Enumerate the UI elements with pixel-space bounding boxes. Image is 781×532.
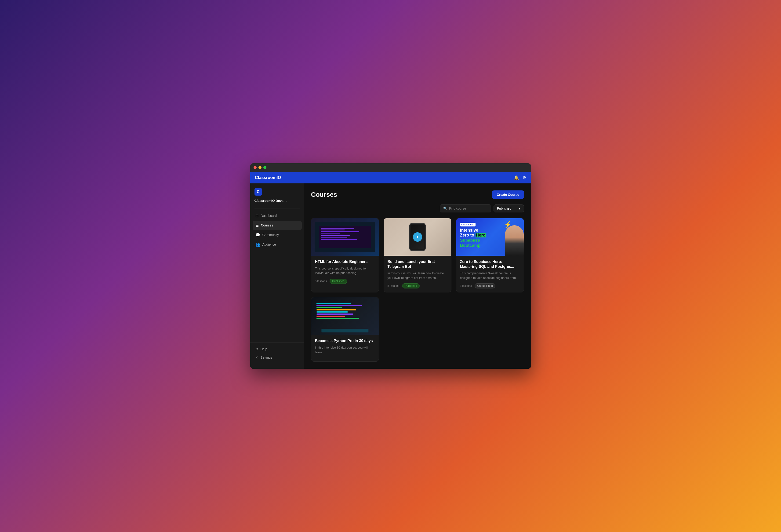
sidebar-brand: C	[250, 183, 304, 198]
course-meta: 1 lessons Unpublished	[460, 283, 520, 288]
sidebar-item-help[interactable]: ⊙ Help	[253, 345, 302, 353]
courses-label: Courses	[261, 223, 273, 227]
lessons-count: 5 lessons	[315, 280, 327, 283]
community-icon: 💬	[255, 233, 260, 237]
org-name: ClassroomIO Devs	[254, 199, 284, 203]
sidebar: C ClassroomIO Devs ⌄ ⊞ Dashboard ☰ Cours…	[250, 183, 304, 369]
header-actions: 🔔 ⚙	[513, 175, 526, 180]
search-icon: 🔍	[443, 207, 447, 210]
course-title: HTML for Absolute Beginners	[315, 259, 375, 264]
course-description: This comprehensive 3-week course is desi…	[460, 271, 520, 280]
course-card-supabase[interactable]: ClassroomIO IntensiveZero to Hero Supaba…	[456, 218, 524, 293]
main-content: Courses Create Course 🔍 Published ▾	[304, 183, 531, 369]
dashboard-label: Dashboard	[261, 214, 277, 217]
lessons-count: 8 lessons	[387, 284, 400, 288]
status-badge: Published	[402, 283, 420, 288]
status-filter-dropdown[interactable]: Published ▾	[494, 204, 524, 212]
course-meta: 8 lessons Published	[387, 283, 447, 288]
course-card-python[interactable]: Become a Python Pro in 30 days In this i…	[311, 297, 379, 362]
app-body: C ClassroomIO Devs ⌄ ⊞ Dashboard ☰ Cours…	[250, 183, 531, 369]
filter-label: Published	[497, 207, 511, 210]
app-header: ClassroomIO 🔔 ⚙	[250, 172, 531, 183]
course-card-telegram[interactable]: ✈ Build and launch your first Telegram B…	[383, 218, 451, 293]
supabase-heading: IntensiveZero to Hero SupabaseBootcamp	[460, 228, 486, 248]
glasses-reflection	[321, 329, 369, 332]
app-logo: ClassroomIO	[255, 175, 281, 180]
code-display	[315, 301, 375, 331]
phone-image: ✈	[409, 223, 426, 251]
help-icon: ⊙	[255, 347, 258, 351]
audience-label: Audience	[262, 243, 276, 246]
sidebar-item-dashboard[interactable]: ⊞ Dashboard	[253, 211, 302, 220]
search-input[interactable]	[449, 207, 488, 210]
help-label: Help	[260, 347, 268, 351]
course-description: This course is specifically designed for…	[315, 266, 375, 275]
lessons-count: 1 lessons	[460, 284, 472, 288]
maximize-button[interactable]	[263, 166, 266, 169]
close-button[interactable]	[253, 166, 257, 169]
course-meta: 5 lessons Published	[315, 279, 375, 284]
settings-nav-icon: ✕	[255, 356, 258, 359]
org-selector[interactable]: ClassroomIO Devs ⌄	[250, 198, 304, 206]
settings-icon[interactable]: ⚙	[523, 175, 526, 180]
course-body: Zero to Supabase Hero: Mastering SQL and…	[456, 256, 524, 292]
page-title: Courses	[311, 191, 337, 198]
course-thumbnail-supabase: ClassroomIO IntensiveZero to Hero Supaba…	[456, 218, 524, 256]
sidebar-item-courses[interactable]: ☰ Courses	[253, 221, 302, 230]
page-header: Courses Create Course	[311, 191, 524, 199]
course-body: Become a Python Pro in 30 days In this i…	[311, 335, 379, 362]
notification-icon[interactable]: 🔔	[513, 175, 519, 180]
create-course-button[interactable]: Create Course	[492, 191, 524, 199]
course-thumbnail-telegram: ✈	[384, 218, 451, 256]
audience-icon: 👥	[255, 242, 260, 247]
course-title: Become a Python Pro in 30 days	[315, 338, 375, 343]
course-body: HTML for Absolute Beginners This course …	[311, 256, 379, 288]
settings-label: Settings	[260, 356, 273, 359]
course-description: In this course, you will learn how to cr…	[387, 271, 447, 280]
sidebar-item-audience[interactable]: 👥 Audience	[253, 240, 302, 249]
courses-grid: HTML for Absolute Beginners This course …	[311, 218, 524, 362]
search-row: 🔍 Published ▾	[311, 204, 524, 212]
supabase-logo: ClassroomIO	[460, 223, 476, 227]
course-thumbnail-python	[311, 297, 379, 335]
brand-icon: C	[254, 188, 262, 196]
app-window: ClassroomIO 🔔 ⚙ C ClassroomIO Devs ⌄ ⊞	[250, 163, 531, 369]
course-title: Zero to Supabase Hero: Mastering SQL and…	[460, 259, 520, 269]
course-body: Build and launch your first Telegram Bot…	[384, 256, 451, 292]
course-title: Build and launch your first Telegram Bot	[387, 259, 447, 269]
community-label: Community	[262, 233, 279, 237]
org-chevron-icon: ⌄	[285, 199, 287, 202]
course-thumbnail-html	[311, 218, 379, 256]
sidebar-bottom: ⊙ Help ✕ Settings	[250, 342, 304, 364]
course-card-html[interactable]: HTML for Absolute Beginners This course …	[311, 218, 379, 293]
sidebar-item-community[interactable]: 💬 Community	[253, 231, 302, 240]
chevron-down-icon: ▾	[519, 207, 521, 210]
sidebar-item-settings[interactable]: ✕ Settings	[253, 353, 302, 362]
minimize-button[interactable]	[258, 166, 261, 169]
dashboard-icon: ⊞	[255, 214, 258, 218]
person-silhouette	[505, 225, 524, 256]
nav-menu: ⊞ Dashboard ☰ Courses 💬 Community 👥 Audi…	[250, 210, 304, 340]
status-badge: Unpublished	[475, 283, 495, 288]
search-box[interactable]: 🔍	[440, 204, 491, 212]
status-badge: Published	[330, 279, 347, 284]
titlebar	[250, 163, 531, 172]
course-description: In this intensive 30-day course, you wil…	[315, 345, 375, 355]
courses-icon: ☰	[255, 223, 259, 228]
